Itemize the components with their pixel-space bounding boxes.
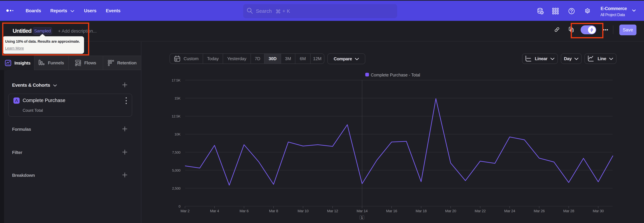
svg-text:Mar 12: Mar 12 (327, 209, 338, 213)
svg-text:Mar 28: Mar 28 (563, 209, 574, 213)
svg-text:0: 0 (178, 204, 180, 208)
svg-text:Mar 20: Mar 20 (445, 209, 456, 213)
svg-text:5,000: 5,000 (172, 168, 180, 172)
svg-text:Mar 4: Mar 4 (210, 209, 219, 213)
svg-text:7,500: 7,500 (172, 150, 180, 154)
svg-text:10K: 10K (174, 132, 180, 136)
svg-text:Mar 30: Mar 30 (593, 209, 604, 213)
svg-text:Mar 18: Mar 18 (416, 209, 427, 213)
svg-text:Mar 6: Mar 6 (240, 209, 248, 213)
svg-text:15K: 15K (174, 96, 180, 100)
svg-text:Mar 26: Mar 26 (534, 209, 545, 213)
svg-text:12.5K: 12.5K (172, 114, 180, 118)
svg-text:Mar 22: Mar 22 (474, 209, 486, 213)
svg-text:Mar 24: Mar 24 (504, 209, 515, 213)
svg-text:2,500: 2,500 (172, 186, 180, 190)
svg-text:17.5K: 17.5K (172, 78, 180, 82)
svg-text:Mar 16: Mar 16 (386, 209, 397, 213)
svg-text:Mar 14: Mar 14 (356, 209, 368, 213)
svg-text:Mar 10: Mar 10 (298, 209, 308, 213)
svg-text:Mar 2: Mar 2 (180, 209, 190, 213)
svg-text:Mar 8: Mar 8 (269, 209, 278, 213)
